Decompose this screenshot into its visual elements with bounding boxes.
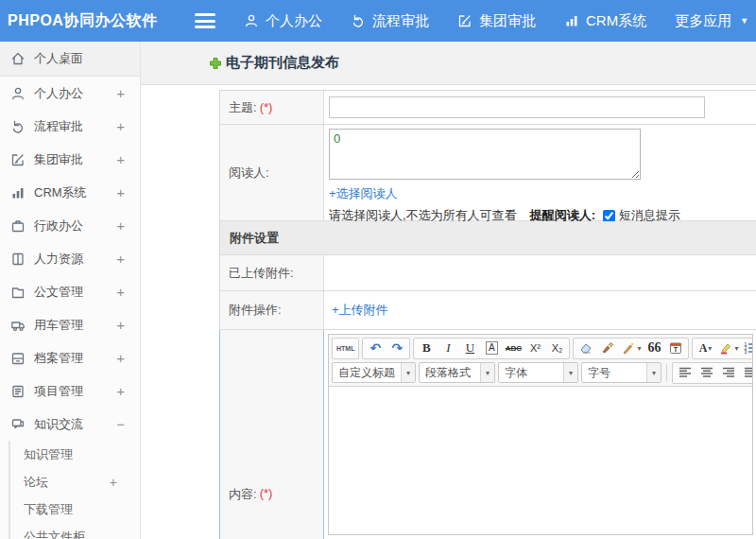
readers-row: 阅读人: +选择阅读人 请选择阅读人,不选为所有人可查看 提醒阅读人: 短消息提… bbox=[220, 125, 756, 221]
header-nav: 个人办公流程审批集团审批CRM系统更多应用▼ bbox=[244, 12, 748, 30]
main-content: 电子期刊信息发布 主题:(*) 阅读人: +选择阅读人 请选择阅读人,不选为所有… bbox=[141, 42, 756, 539]
font-family-select[interactable]: 字体▾ bbox=[498, 362, 578, 383]
font-size-select[interactable]: 字号▾ bbox=[581, 362, 662, 383]
select-readers-link[interactable]: +选择阅读人 bbox=[329, 186, 398, 200]
sidebar-item-personal-desktop[interactable]: 个人桌面 bbox=[0, 42, 140, 77]
custom-title-select[interactable]: 自定义标题▾ bbox=[332, 362, 416, 383]
nav-item-label: CRM系统 bbox=[586, 12, 646, 30]
chevron-down-icon: ▾ bbox=[637, 344, 641, 353]
chevron-down-icon[interactable]: ▾ bbox=[401, 363, 415, 382]
undo-button[interactable]: ↶ bbox=[365, 339, 386, 357]
sidebar-item-group-approval[interactable]: 集团审批+ bbox=[0, 143, 140, 176]
toolbar-group bbox=[672, 362, 752, 384]
align-right-icon[interactable] bbox=[718, 364, 739, 382]
toolbar-separator bbox=[666, 364, 667, 381]
sidebar-item-knowledge-exchange[interactable]: 知识交流− bbox=[0, 408, 140, 441]
redo-button[interactable]: ↷ bbox=[387, 339, 407, 357]
expand-icon[interactable]: + bbox=[116, 118, 130, 134]
sms-notify-checkbox[interactable] bbox=[603, 210, 615, 222]
underline-button[interactable]: U bbox=[459, 339, 480, 357]
select-value: 字体 bbox=[499, 365, 563, 381]
editor-content-area[interactable] bbox=[329, 386, 752, 534]
nav-item-crm-system[interactable]: CRM系统 bbox=[564, 12, 646, 30]
nav-item-workflow-approval[interactable]: 流程审批 bbox=[351, 12, 429, 30]
upload-attachment-link[interactable]: +上传附件 bbox=[332, 302, 388, 319]
sidebar-item-document-management[interactable]: 公文管理+ bbox=[0, 275, 140, 308]
collapse-icon[interactable]: − bbox=[116, 416, 130, 432]
sidebar: 个人桌面个人办公+流程审批+集团审批+CRM系统+行政办公+人力资源+公文管理+… bbox=[0, 42, 141, 539]
expand-icon[interactable]: + bbox=[116, 383, 130, 399]
sidebar-item-crm-system[interactable]: CRM系统+ bbox=[0, 176, 140, 209]
sidebar-item-label: 知识交流 bbox=[34, 416, 116, 433]
sidebar-subitem-download-management[interactable]: 下载管理 bbox=[10, 496, 140, 523]
edit-icon bbox=[9, 151, 26, 167]
attachment-ops-row: 附件操作: +上传附件 bbox=[220, 291, 756, 330]
home-icon bbox=[9, 51, 26, 67]
expand-icon[interactable]: + bbox=[116, 151, 130, 167]
subject-input[interactable] bbox=[329, 96, 705, 118]
chevron-down-icon: ▾ bbox=[734, 344, 738, 353]
sidebar-item-human-resources[interactable]: 人力资源+ bbox=[0, 242, 140, 275]
readers-textarea[interactable] bbox=[329, 129, 641, 180]
format-painter-icon[interactable] bbox=[597, 339, 618, 357]
ordered-list-icon[interactable]: 123▾ bbox=[741, 339, 752, 357]
svg-text:T: T bbox=[674, 346, 679, 353]
sidebar-item-label: 个人桌面 bbox=[34, 50, 130, 67]
align-justify-icon[interactable] bbox=[740, 364, 752, 382]
align-center-icon[interactable] bbox=[696, 364, 717, 382]
svg-text:3: 3 bbox=[745, 349, 747, 355]
hamburger-menu-icon[interactable] bbox=[195, 13, 215, 28]
sidebar-subitem-public-file-cabinet[interactable]: 公共文件柜 bbox=[10, 523, 140, 539]
sidebar-subitem-knowledge-management[interactable]: 知识管理 bbox=[10, 441, 140, 468]
project-icon bbox=[9, 383, 26, 399]
toolbar-group: BIUAABCX²X₂ bbox=[413, 338, 570, 359]
sidebar-item-label: CRM系统 bbox=[34, 184, 116, 201]
font-color-box-button[interactable]: A bbox=[481, 339, 502, 357]
nav-item-group-approval[interactable]: 集团审批 bbox=[457, 12, 536, 30]
subscript-button[interactable]: X₂ bbox=[546, 339, 567, 357]
insert-template-icon[interactable]: T bbox=[665, 339, 686, 357]
publish-form: 主题:(*) 阅读人: +选择阅读人 请选择阅读人,不选为所有人可查看 提醒阅读… bbox=[219, 90, 756, 539]
app-logo: PHPOA协同办公软件 bbox=[0, 11, 168, 31]
sidebar-subitem-forum[interactable]: 论坛+ bbox=[10, 468, 140, 496]
sidebar-item-personal-office[interactable]: 个人办公+ bbox=[0, 77, 140, 110]
align-left-icon[interactable] bbox=[675, 364, 696, 382]
sidebar-item-admin-office[interactable]: 行政办公+ bbox=[0, 209, 140, 242]
top-header-bar: PHPOA协同办公软件 个人办公流程审批集团审批CRM系统更多应用▼ bbox=[0, 0, 756, 42]
bold-button[interactable]: B bbox=[416, 339, 437, 357]
workflow-icon bbox=[9, 118, 26, 134]
nav-item-personal-office[interactable]: 个人办公 bbox=[244, 12, 322, 30]
paragraph-format-select[interactable]: 段落格式▾ bbox=[419, 362, 495, 383]
chevron-down-icon[interactable]: ▾ bbox=[646, 363, 661, 382]
auto-typeset-icon[interactable]: ▾ bbox=[619, 339, 643, 357]
expand-icon[interactable]: + bbox=[116, 85, 130, 101]
toolbar-group: A▾▾123▾ bbox=[692, 338, 752, 359]
chevron-down-icon[interactable]: ▾ bbox=[480, 363, 494, 382]
sidebar-item-project-management[interactable]: 项目管理+ bbox=[0, 374, 140, 408]
highlight-icon[interactable]: ▾ bbox=[716, 339, 740, 357]
eraser-icon[interactable] bbox=[576, 339, 596, 357]
html-source-button[interactable]: HTML bbox=[335, 339, 356, 357]
italic-button[interactable]: I bbox=[438, 339, 458, 357]
expand-icon[interactable]: + bbox=[116, 317, 130, 333]
superscript-button[interactable]: X² bbox=[524, 339, 545, 357]
expand-icon[interactable]: + bbox=[116, 350, 130, 366]
expand-icon[interactable]: + bbox=[110, 475, 140, 490]
sidebar-item-label: 人力资源 bbox=[34, 251, 116, 268]
expand-icon[interactable]: + bbox=[116, 251, 130, 267]
strikethrough-button[interactable]: ABC bbox=[503, 339, 524, 357]
chevron-down-icon[interactable]: ▾ bbox=[563, 363, 577, 382]
green-plus-icon bbox=[209, 57, 222, 70]
nav-item-label: 流程审批 bbox=[372, 12, 429, 30]
expand-icon[interactable]: + bbox=[116, 284, 130, 300]
sidebar-item-workflow-approval[interactable]: 流程审批+ bbox=[0, 110, 140, 143]
font-color-button[interactable]: A▾ bbox=[695, 339, 715, 357]
expand-icon[interactable]: + bbox=[116, 217, 130, 234]
toolbar-group: ↶↷ bbox=[362, 338, 410, 359]
blockquote-button[interactable]: 66 bbox=[644, 339, 664, 357]
sidebar-item-vehicle-management[interactable]: 用车管理+ bbox=[0, 308, 140, 341]
expand-icon[interactable]: + bbox=[116, 184, 130, 200]
nav-item-more-apps[interactable]: 更多应用▼ bbox=[675, 12, 748, 30]
sidebar-item-archive-management[interactable]: 档案管理+ bbox=[0, 341, 140, 374]
briefcase-icon bbox=[9, 217, 26, 234]
